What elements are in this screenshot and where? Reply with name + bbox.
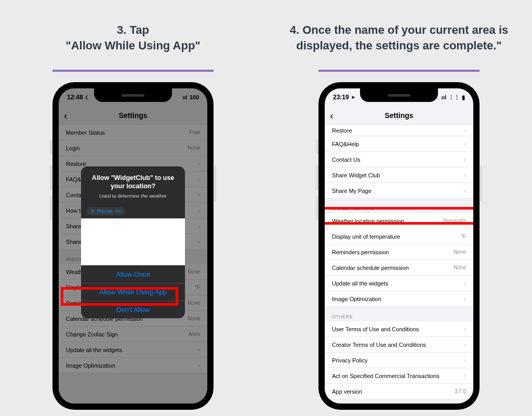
- phone-notch: [360, 88, 438, 102]
- location-permission-dialog: Allow "WidgetClub" to use your location?…: [81, 166, 185, 318]
- precise-location-toggle[interactable]: ➤ Precise: On: [86, 207, 125, 215]
- phone-mockup-left: 12:48 ☾ ııl 100 ‹ Settings Member Status…: [52, 82, 214, 410]
- location-arrow-icon: ➤: [90, 209, 95, 214]
- map-preview: [81, 218, 185, 265]
- battery-icon: ▮: [462, 94, 465, 101]
- list-item[interactable]: Creator Terms of Use and Conditions›: [325, 337, 473, 353]
- location-arrow-icon: ➤: [351, 95, 355, 100]
- heading-underline: [52, 70, 214, 72]
- nav-title: Settings: [384, 111, 413, 120]
- allow-while-using-button[interactable]: Allow While Using App: [81, 283, 185, 301]
- wifi-icon: ⋮⋮: [448, 94, 460, 101]
- step-4-heading: 4. Once the name of your current area is…: [271, 9, 527, 67]
- list-item[interactable]: Calendar schedule permissionNone: [325, 260, 473, 276]
- back-button[interactable]: ‹: [330, 109, 334, 121]
- step-4-column: 4. Once the name of your current area is…: [266, 0, 532, 416]
- signal-icon: ııl: [442, 94, 446, 100]
- phone-side-button: [214, 165, 216, 202]
- phone-side-button: [50, 139, 52, 154]
- list-item[interactable]: Image Optimization›: [325, 291, 473, 307]
- list-item[interactable]: App version3.7.0: [325, 384, 473, 399]
- list-item[interactable]: Share My Page›: [325, 183, 473, 199]
- list-item[interactable]: Privacy Policy›: [325, 353, 473, 368]
- allow-once-button[interactable]: Allow Once: [81, 265, 185, 283]
- status-time: 23:19: [333, 94, 349, 101]
- list-item[interactable]: Restore›: [325, 125, 473, 136]
- list-item[interactable]: Update all the widgets›: [325, 276, 473, 291]
- list-item[interactable]: Act on Specified Commercial Transactions…: [325, 368, 473, 384]
- phone-side-button: [316, 196, 318, 220]
- step-3-heading: 3. Tap "Allow While Using App": [65, 9, 201, 67]
- dialog-title: Allow "WidgetClub" to use your location?: [87, 174, 179, 191]
- dialog-subtitle: Used to determine the weather: [87, 193, 179, 199]
- phone-screen-right: 23:19 ➤ ııl ⋮⋮ ▮ ‹ Settings Restore› FAQ…: [325, 88, 473, 404]
- list-item[interactable]: FAQ&Help›: [325, 136, 473, 152]
- phone-notch: [94, 88, 172, 102]
- list-item[interactable]: Display unit of temperature°F: [325, 229, 473, 244]
- settings-list: Restore› FAQ&Help› Contact Us› Share Wid…: [325, 125, 473, 199]
- dont-allow-button[interactable]: Don't Allow: [81, 301, 185, 318]
- phone-mockup-right: 23:19 ➤ ııl ⋮⋮ ▮ ‹ Settings Restore› FAQ…: [318, 82, 480, 410]
- phone-screen-left: 12:48 ☾ ııl 100 ‹ Settings Member Status…: [59, 88, 207, 404]
- section-header: OTHERS: [325, 307, 473, 321]
- heading-underline: [318, 70, 480, 72]
- section-header: WIDGET SETTING: [325, 199, 473, 213]
- phone-side-button: [316, 165, 318, 190]
- step-3-column: 3. Tap "Allow While Using App" 12:48 ☾ ı…: [0, 0, 266, 416]
- list-item[interactable]: Contact Us›: [325, 152, 473, 167]
- phone-side-button: [480, 165, 482, 202]
- weather-location-row[interactable]: Weather location permissionYamagata: [325, 213, 473, 229]
- phone-side-button: [50, 165, 52, 190]
- phone-side-button: [50, 196, 52, 220]
- list-item[interactable]: User Terms of Use and Conditions›: [325, 321, 473, 337]
- list-item[interactable]: Share Widget Club›: [325, 167, 473, 183]
- nav-bar: ‹ Settings: [325, 106, 473, 125]
- phone-side-button: [316, 139, 318, 154]
- list-item[interactable]: Reminders permissionNone: [325, 244, 473, 260]
